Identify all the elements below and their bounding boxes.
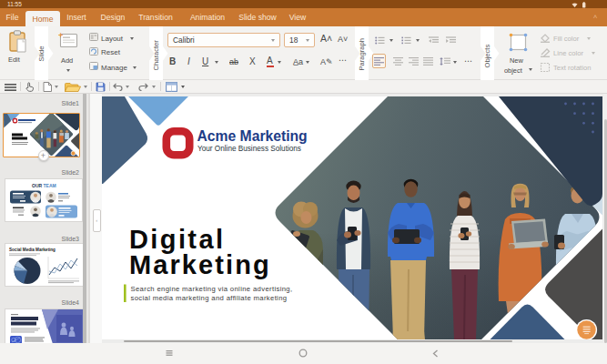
svg-text:Slide: Slide <box>37 46 46 61</box>
svg-text:Objects: Objects <box>483 44 491 67</box>
svg-text:Marketing: Marketing <box>129 250 271 279</box>
svg-text:Search engine marketing via on: Search engine marketing via online adver… <box>131 285 293 293</box>
svg-text:Character: Character <box>152 39 160 70</box>
svg-text:social media marketing and aff: social media marketing and affiliate mar… <box>131 294 288 302</box>
svg-text:+: + <box>58 32 63 40</box>
svg-text:Paragraph: Paragraph <box>358 38 366 70</box>
svg-text:Your Online Business Solutions: Your Online Business Solutions <box>197 145 301 153</box>
svg-text:OUR TEAM: OUR TEAM <box>32 183 56 188</box>
svg-text:Digital: Digital <box>129 225 225 254</box>
svg-text:Social Media Marketing: Social Media Marketing <box>9 248 56 252</box>
svg-text:Acme Marketing: Acme Marketing <box>197 128 308 144</box>
